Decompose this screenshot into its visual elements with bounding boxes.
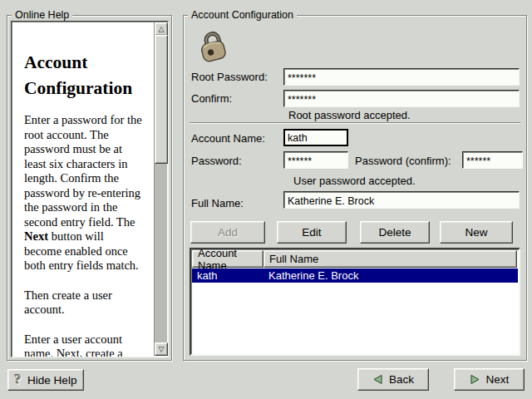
account-configuration-frame-label: Account Configuration bbox=[188, 8, 297, 22]
next-button[interactable]: Next bbox=[454, 368, 525, 391]
back-arrow-icon bbox=[372, 374, 383, 385]
help-scrollbar[interactable]: △ ▽ bbox=[154, 22, 167, 356]
confirm-label: Confirm: bbox=[191, 92, 232, 105]
add-button[interactable]: Add bbox=[190, 221, 265, 244]
user-password-status: User password accepted. bbox=[293, 175, 416, 187]
scrollbar-thumb[interactable] bbox=[155, 35, 168, 164]
help-viewport: Account Configuration Enter a password f… bbox=[11, 21, 169, 357]
password-confirm-label: Password (confirm): bbox=[355, 155, 451, 167]
help-paragraph-2: Then create a user account. bbox=[24, 288, 143, 318]
scroll-up-icon[interactable]: △ bbox=[155, 22, 168, 36]
scroll-down-icon[interactable]: ▽ bbox=[155, 342, 168, 356]
password-label: Password: bbox=[191, 155, 242, 167]
help-paragraph-3: Enter a user account name. Next, create … bbox=[24, 332, 143, 358]
edit-button[interactable]: Edit bbox=[277, 221, 347, 244]
cell-full-name: Katherine E. Brock bbox=[264, 268, 358, 283]
help-text: Account Configuration Enter a password f… bbox=[12, 22, 155, 357]
delete-button[interactable]: Delete bbox=[360, 221, 430, 244]
account-configuration-panel: Account Configuration Root Password: Con… bbox=[183, 15, 527, 361]
password-confirm-input[interactable] bbox=[462, 151, 523, 169]
cell-account-name: kath bbox=[192, 268, 264, 283]
root-password-input[interactable] bbox=[283, 68, 520, 86]
installer-screen: Online Help Account Configuration Enter … bbox=[0, 0, 532, 399]
confirm-password-input[interactable] bbox=[283, 90, 520, 107]
separator bbox=[190, 122, 520, 123]
padlock-icon bbox=[194, 26, 234, 67]
accounts-table: Account Name Full Name kath Katherine E.… bbox=[190, 248, 520, 356]
table-row[interactable]: kath Katherine E. Brock bbox=[192, 268, 518, 283]
password-input[interactable] bbox=[283, 151, 348, 169]
root-password-status: Root password accepted. bbox=[288, 109, 411, 121]
hide-help-button[interactable]: ? Hide Help bbox=[7, 369, 84, 391]
account-name-label: Account Name: bbox=[191, 132, 265, 145]
help-paragraph-1: Enter a password for the root account. T… bbox=[24, 113, 143, 273]
full-name-label: Full Name: bbox=[191, 197, 244, 209]
online-help-panel: Online Help Account Configuration Enter … bbox=[7, 15, 172, 361]
column-header-full-name[interactable]: Full Name bbox=[264, 250, 517, 268]
back-button[interactable]: Back bbox=[357, 368, 429, 391]
new-button[interactable]: New bbox=[440, 221, 513, 244]
full-name-input[interactable] bbox=[283, 191, 520, 209]
online-help-frame-label: Online Help bbox=[12, 8, 72, 22]
help-title: Account Configuration bbox=[24, 50, 143, 101]
help-icon: ? bbox=[15, 372, 22, 388]
next-arrow-icon bbox=[470, 374, 480, 385]
column-header-account-name[interactable]: Account Name bbox=[192, 250, 264, 268]
account-name-input[interactable] bbox=[283, 129, 348, 146]
next-keyword: Next bbox=[24, 229, 48, 243]
root-password-label: Root Password: bbox=[191, 71, 268, 83]
